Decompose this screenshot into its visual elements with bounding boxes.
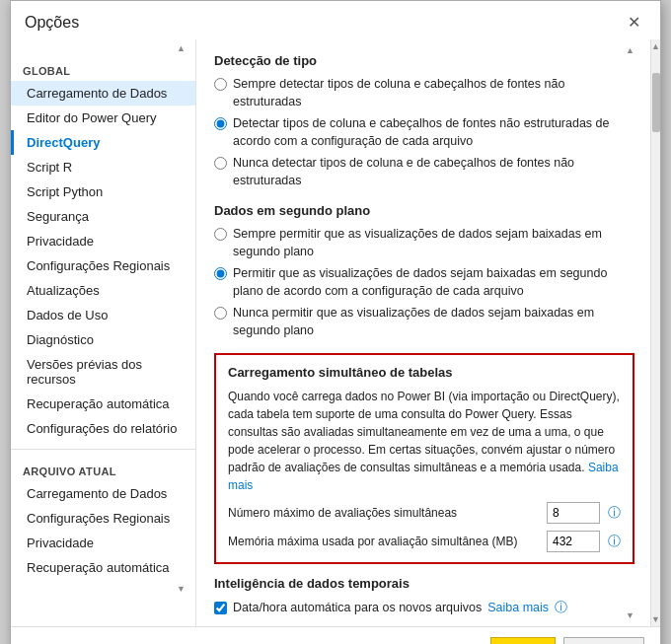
- scrollbar-up-arrow[interactable]: ▲: [649, 39, 660, 53]
- auto-datetime-checkbox[interactable]: [214, 602, 227, 614]
- radio-always-bg[interactable]: Sempre permitir que as visualizações de …: [214, 226, 634, 260]
- max-evaluations-row: Número máximo de avaliações simultâneas …: [228, 502, 621, 524]
- dialog-title: Opções: [25, 14, 79, 32]
- sidebar-item-configuracoes-regionais[interactable]: Configurações Regionais: [11, 253, 195, 278]
- sidebar-item-editor-power-query[interactable]: Editor do Power Query: [11, 106, 195, 130]
- cancel-button[interactable]: Cancelar: [563, 637, 644, 644]
- ok-button[interactable]: OK: [490, 637, 556, 644]
- sidebar-item-privacidade[interactable]: Privacidade: [11, 229, 195, 253]
- sidebar-item-configuracoes-relatorio[interactable]: Configurações do relatório: [11, 416, 195, 441]
- radio-detect-config-input[interactable]: [214, 117, 227, 130]
- sidebar-item-diagnostico[interactable]: Diagnóstico: [11, 327, 195, 352]
- info-icon-temporal[interactable]: ⓘ: [555, 599, 567, 616]
- radio-bg-config-input[interactable]: [214, 267, 227, 280]
- type-detection-radio-group: Sempre detectar tipos de coluna e cabeça…: [214, 76, 634, 189]
- radio-never-bg[interactable]: Nunca permitir que as visualizações de d…: [214, 305, 634, 339]
- main-scroll-down[interactable]: ▼: [626, 610, 634, 620]
- radio-bg-config[interactable]: Permitir que as visualizações de dados s…: [214, 265, 634, 300]
- max-memory-label: Memória máxima usada por avaliação simul…: [228, 535, 539, 548]
- max-evaluations-label: Número máximo de avaliações simultâneas: [228, 506, 539, 520]
- titlebar: Opções ✕: [11, 1, 660, 39]
- sidebar: ▲ GLOBAL Carregamento de Dados Editor do…: [11, 39, 196, 626]
- sidebar-divider: [11, 449, 195, 450]
- scroll-up-icon[interactable]: ▲: [175, 41, 187, 55]
- radio-never-detect[interactable]: Nunca detectar tipos de coluna e de cabe…: [214, 155, 634, 189]
- max-evaluations-info-icon[interactable]: ⓘ: [608, 504, 621, 522]
- saiba-mais-link-2[interactable]: Saiba mais: [487, 601, 549, 614]
- temporal-section: Inteligência de dados temporais Data/hor…: [214, 576, 634, 616]
- auto-datetime-row[interactable]: Data/hora automática para os novos arqui…: [214, 599, 634, 616]
- close-button[interactable]: ✕: [622, 11, 646, 34]
- type-detection-title: Detecção de tipo: [214, 53, 634, 68]
- max-memory-input[interactable]: [547, 531, 600, 552]
- radio-never-detect-input[interactable]: [214, 157, 227, 170]
- scroll-down-icon[interactable]: ▼: [175, 582, 187, 596]
- sidebar-item-arquivo-recuperacao[interactable]: Recuperação automática: [11, 555, 195, 580]
- main-content: ▲ Detecção de tipo Sempre detectar tipos…: [196, 39, 650, 626]
- scrollbar-thumb[interactable]: [652, 73, 660, 132]
- main-scrollbar[interactable]: ▲ ▼: [650, 39, 660, 626]
- global-section-title: GLOBAL: [11, 57, 195, 81]
- simultaneous-load-text: Quando você carrega dados no Power BI (v…: [228, 388, 621, 494]
- radio-never-bg-input[interactable]: [214, 307, 227, 320]
- arquivo-section-title: ARQUIVO ATUAL: [11, 458, 195, 481]
- sidebar-item-atualizacoes[interactable]: Atualizações: [11, 278, 195, 303]
- sidebar-item-seguranca[interactable]: Segurança: [11, 204, 195, 229]
- main-scroll-up[interactable]: ▲: [626, 45, 634, 55]
- sidebar-item-arquivo-carregamento[interactable]: Carregamento de Dados: [11, 481, 195, 506]
- radio-detect-config[interactable]: Detectar tipos de coluna e cabeçalhos de…: [214, 115, 634, 150]
- sidebar-item-carregamento-dados[interactable]: Carregamento de Dados: [11, 81, 195, 106]
- radio-always-detect[interactable]: Sempre detectar tipos de coluna e cabeça…: [214, 76, 634, 110]
- radio-always-detect-input[interactable]: [214, 78, 227, 91]
- sidebar-scroll-down[interactable]: ▼: [11, 580, 195, 598]
- sidebar-item-directquery[interactable]: DirectQuery: [11, 130, 195, 155]
- sidebar-item-script-r[interactable]: Script R: [11, 155, 195, 179]
- radio-always-bg-input[interactable]: [214, 228, 227, 241]
- auto-datetime-label: Data/hora automática para os novos arqui…: [233, 601, 482, 614]
- max-memory-row: Memória máxima usada por avaliação simul…: [228, 531, 621, 552]
- sidebar-item-versoes-previas[interactable]: Versões prévias dos recursos: [11, 352, 195, 392]
- dialog-footer: OK Cancelar: [11, 626, 660, 644]
- max-evaluations-input[interactable]: [547, 502, 600, 524]
- sidebar-item-dados-uso[interactable]: Dados de Uso: [11, 303, 195, 327]
- max-memory-info-icon[interactable]: ⓘ: [608, 533, 621, 550]
- sidebar-item-arquivo-config-regionais[interactable]: Configurações Regionais: [11, 506, 195, 531]
- temporal-title: Inteligência de dados temporais: [214, 576, 634, 591]
- background-data-radio-group: Sempre permitir que as visualizações de …: [214, 226, 634, 339]
- background-data-title: Dados em segundo plano: [214, 203, 634, 218]
- sidebar-item-script-python[interactable]: Script Python: [11, 179, 195, 204]
- sidebar-scroll-up[interactable]: ▲: [11, 39, 195, 57]
- options-dialog: Opções ✕ ▲ GLOBAL Carregamento de Dados …: [10, 0, 661, 644]
- sidebar-item-recuperacao-automatica[interactable]: Recuperação automática: [11, 392, 195, 416]
- simultaneous-load-box: Carregamento simultâneo de tabelas Quand…: [214, 353, 634, 564]
- sidebar-item-arquivo-privacidade[interactable]: Privacidade: [11, 531, 195, 555]
- simultaneous-load-title: Carregamento simultâneo de tabelas: [228, 365, 621, 380]
- scrollbar-down-arrow[interactable]: ▼: [649, 612, 660, 626]
- dialog-body: ▲ GLOBAL Carregamento de Dados Editor do…: [11, 39, 660, 626]
